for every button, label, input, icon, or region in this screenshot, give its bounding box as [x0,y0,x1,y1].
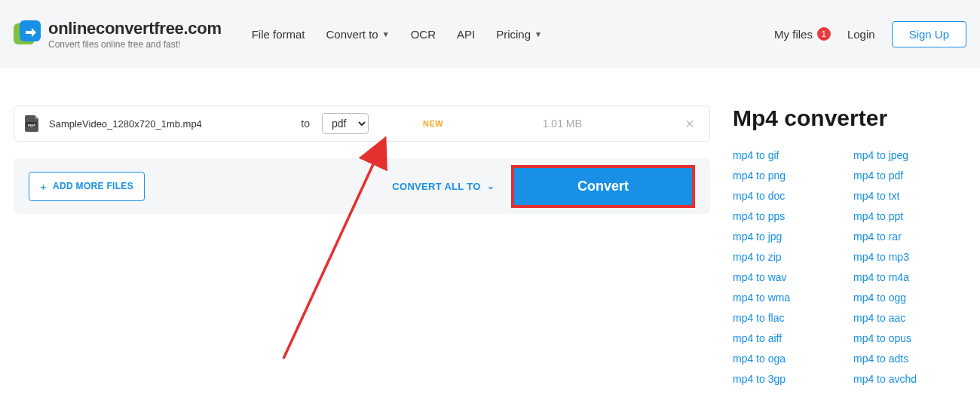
site-header: onlineconvertfree.com Convert files onli… [0,0,980,68]
format-select[interactable]: pdf [322,113,369,134]
sidebar-title: Mp4 converter [733,105,966,131]
conversion-link[interactable]: mp4 to jpg [733,231,838,243]
main-nav: File format Convert to ▼ OCR API Pricing… [252,28,542,41]
conversion-link[interactable]: mp4 to aac [853,312,959,324]
conversion-link[interactable]: mp4 to flac [733,312,838,324]
conversion-link[interactable]: mp4 to oga [733,353,838,365]
file-size: 1.01 MB [543,118,582,130]
conversion-link[interactable]: mp4 to adts [853,353,959,365]
logo-block[interactable]: onlineconvertfree.com Convert files onli… [14,19,222,50]
conversion-link[interactable]: mp4 to m4a [853,271,959,283]
conversion-link[interactable]: mp4 to wav [733,271,838,283]
nav-pricing[interactable]: Pricing ▼ [496,28,542,41]
my-files-label: My files [774,28,813,41]
plus-icon: + [40,180,47,193]
file-name: SampleVideo_1280x720_1mb.mp4 [49,118,202,130]
sidebar: Mp4 converter mp4 to gifmp4 to pngmp4 to… [733,105,966,385]
mp4-file-icon: mp4 [25,115,40,132]
conversion-link[interactable]: mp4 to wma [733,292,838,304]
nav-pricing-label: Pricing [496,28,531,41]
chevron-down-icon: ▼ [382,30,390,38]
conversion-link[interactable]: mp4 to avchd [853,373,959,385]
remove-file-button[interactable]: × [681,116,699,131]
my-files-link[interactable]: My files 1 [774,27,831,41]
convert-all-label: CONVERT ALL TO [392,181,480,192]
conversion-link[interactable]: mp4 to gif [733,149,838,161]
nav-ocr[interactable]: OCR [411,28,436,41]
chevron-down-icon: ▼ [534,30,542,38]
conversion-link[interactable]: mp4 to png [733,169,838,182]
conversion-links: mp4 to gifmp4 to pngmp4 to docmp4 to pps… [733,149,966,385]
nav-convert-to[interactable]: Convert to ▼ [326,28,390,41]
chevron-down-icon: ⌄ [487,181,495,191]
my-files-badge: 1 [817,27,831,41]
conversion-link[interactable]: mp4 to mp3 [853,251,959,263]
header-right: My files 1 Login Sign Up [774,21,966,47]
site-title: onlineconvertfree.com [48,19,222,38]
conversion-link[interactable]: mp4 to doc [733,190,838,202]
converter-panel: mp4 SampleVideo_1280x720_1mb.mp4 to pdf … [14,105,710,214]
conversion-link[interactable]: mp4 to opus [853,332,959,344]
nav-api[interactable]: API [457,28,475,41]
nav-file-format[interactable]: File format [252,28,305,41]
link-column-2: mp4 to jpegmp4 to pdfmp4 to txtmp4 to pp… [853,149,959,385]
conversion-link[interactable]: mp4 to zip [733,251,838,263]
conversion-link[interactable]: mp4 to ogg [853,292,959,304]
convert-all-to-dropdown[interactable]: CONVERT ALL TO ⌄ [392,181,495,192]
conversion-link[interactable]: mp4 to pps [733,210,838,222]
logo-text: onlineconvertfree.com Convert files onli… [48,19,222,50]
add-more-files-button[interactable]: + ADD MORE FILES [29,172,145,201]
file-row: mp4 SampleVideo_1280x720_1mb.mp4 to pdf … [14,105,710,142]
logo-icon [14,20,41,47]
conversion-link[interactable]: mp4 to txt [853,190,959,202]
add-more-label: ADD MORE FILES [53,181,133,191]
nav-convert-to-label: Convert to [326,28,378,41]
to-label: to [301,118,310,130]
svg-text:mp4: mp4 [28,123,36,127]
conversion-link[interactable]: mp4 to jpeg [853,149,959,161]
signup-button[interactable]: Sign Up [892,21,966,47]
new-badge: NEW [423,119,443,128]
conversion-link[interactable]: mp4 to pdf [853,169,959,182]
site-tagline: Convert files online free and fast! [48,39,222,50]
conversion-link[interactable]: mp4 to ppt [853,210,959,222]
main-content: mp4 SampleVideo_1280x720_1mb.mp4 to pdf … [0,68,980,385]
conversion-link[interactable]: mp4 to rar [853,231,959,243]
login-link[interactable]: Login [847,28,875,41]
link-column-1: mp4 to gifmp4 to pngmp4 to docmp4 to pps… [733,149,838,385]
action-bar: + ADD MORE FILES CONVERT ALL TO ⌄ Conver… [14,158,710,214]
conversion-link[interactable]: mp4 to 3gp [733,373,838,385]
conversion-link[interactable]: mp4 to aiff [733,332,838,344]
convert-button[interactable]: Convert [511,165,695,208]
